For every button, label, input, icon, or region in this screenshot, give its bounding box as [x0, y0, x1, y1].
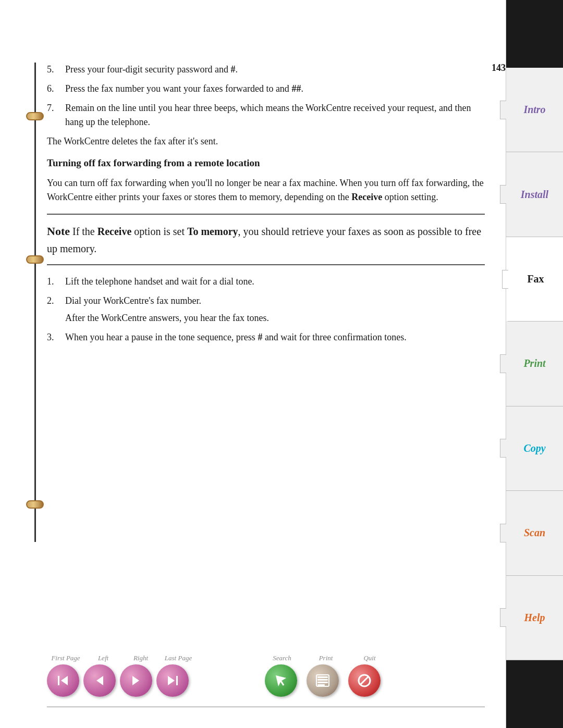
- sidebar-tab-intro[interactable]: Intro: [506, 68, 563, 152]
- left-button[interactable]: [83, 664, 116, 697]
- note-box: Note If the Receive option is set To mem…: [47, 214, 485, 265]
- svg-marker-2: [96, 676, 103, 685]
- svg-rect-0: [58, 676, 59, 685]
- list-item-3: 3. When you hear a pause in the tone seq…: [47, 330, 485, 344]
- sidebar-tab-copy[interactable]: Copy: [506, 406, 563, 491]
- label-first-page: First Page: [47, 654, 84, 662]
- sidebar-tab-install[interactable]: Install: [506, 152, 563, 237]
- list-item-1: 1. Lift the telephone handset and wait f…: [47, 275, 485, 289]
- svg-rect-10: [317, 682, 328, 683]
- list-item-6: 6. Press the fax number you want your fa…: [47, 82, 485, 96]
- sidebar-tab-scan[interactable]: Scan: [506, 491, 563, 575]
- print-icon: [315, 673, 330, 688]
- nav-bar: First Page Left Right Last Page: [47, 654, 485, 697]
- nav-right-section: Search Print Quit: [265, 654, 387, 697]
- first-page-icon: [56, 674, 70, 687]
- list-item-2: 2. Dial your WorkCentre's fax number. Af…: [47, 294, 485, 325]
- quit-icon: [357, 673, 372, 688]
- svg-rect-11: [317, 684, 325, 686]
- section-heading: Turning off fax forwarding from a remote…: [47, 156, 485, 171]
- nav-labels-row: First Page Left Right Last Page: [47, 654, 197, 662]
- sidebar-bottom-block: [506, 660, 563, 728]
- nav-icons-row: [47, 664, 197, 697]
- left-icon: [93, 674, 106, 687]
- label-left: Left: [84, 654, 122, 662]
- tab-notch-install: [500, 185, 506, 204]
- svg-line-7: [281, 681, 284, 685]
- nav-right-labels: Search Print Quit: [265, 654, 387, 662]
- search-button[interactable]: [265, 664, 297, 697]
- svg-marker-4: [168, 676, 175, 685]
- sidebar-tab-help[interactable]: Help: [506, 576, 563, 660]
- label-right: Right: [122, 654, 160, 662]
- sidebar: Intro Install Fax Print Copy Scan Help: [506, 0, 563, 728]
- right-button[interactable]: [120, 664, 152, 697]
- list-item-7: 7. Remain on the line until you hear thr…: [47, 101, 485, 129]
- last-page-button[interactable]: [156, 664, 189, 697]
- right-icon: [129, 674, 143, 687]
- paragraph-forwarding: You can turn off fax forwarding when you…: [47, 176, 485, 204]
- sidebar-tab-print[interactable]: Print: [506, 322, 563, 406]
- tab-notch-scan: [500, 524, 506, 542]
- tab-notch-copy: [500, 439, 506, 458]
- label-print: Print: [309, 654, 343, 662]
- spine-line: [34, 63, 36, 542]
- nav-left-section: First Page Left Right Last Page: [47, 654, 197, 697]
- label-search: Search: [265, 654, 299, 662]
- svg-rect-9: [317, 679, 328, 681]
- last-page-icon: [166, 674, 179, 687]
- tab-notch-intro: [500, 101, 506, 119]
- sidebar-top-block: [506, 0, 563, 68]
- sidebar-tab-fax[interactable]: Fax: [506, 237, 563, 322]
- tab-notch-help: [500, 608, 506, 627]
- first-page-button[interactable]: [47, 664, 79, 697]
- svg-line-14: [361, 677, 368, 684]
- main-content: 5. Press your four-digit security passwo…: [47, 63, 485, 350]
- svg-rect-8: [317, 676, 328, 678]
- quit-button[interactable]: [348, 664, 381, 697]
- paragraph-sent: The WorkCentre deletes the fax after it'…: [47, 134, 485, 149]
- list-item-5: 5. Press your four-digit security passwo…: [47, 63, 485, 77]
- tab-notch-fax: [502, 270, 508, 289]
- bottom-border: [47, 707, 485, 707]
- label-last-page: Last Page: [160, 654, 197, 662]
- search-icon: [273, 673, 289, 688]
- nav-right-icons: [265, 664, 387, 697]
- tab-notch-print: [500, 354, 506, 373]
- print-button[interactable]: [307, 664, 339, 697]
- svg-marker-3: [132, 676, 139, 685]
- page-number: 143: [492, 63, 506, 73]
- svg-marker-1: [61, 676, 68, 685]
- svg-rect-5: [176, 676, 178, 685]
- label-quit: Quit: [352, 654, 387, 662]
- svg-marker-6: [276, 675, 286, 686]
